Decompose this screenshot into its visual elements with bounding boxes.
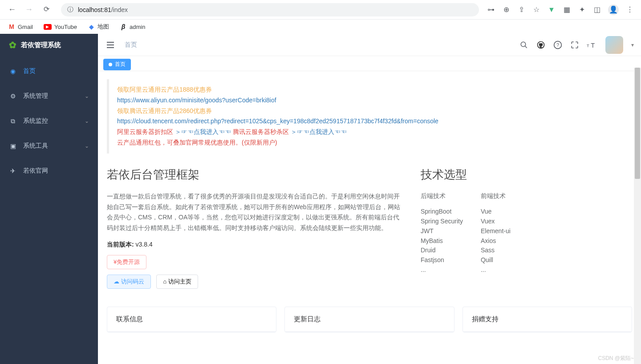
promo-text: 领取腾讯云通用云产品2860优惠券 (117, 107, 212, 114)
tech-item: ... (421, 265, 463, 275)
scrollbar-thumb[interactable] (635, 68, 640, 179)
tech-title: 技术选型 (421, 167, 632, 182)
panel-header: 捐赠支持 (463, 307, 632, 332)
promo-callout: 领取阿里云通用云产品1888优惠券 https://www.aliyun.com… (107, 79, 632, 154)
avatar[interactable] (605, 36, 623, 54)
menu-dots-icon[interactable]: ⋮ (626, 6, 634, 14)
tech-backend-title: 后端技术 (421, 191, 463, 201)
visit-gitee-button[interactable]: ☁ 访问码云 (107, 275, 151, 289)
tech-item: Element-ui (481, 226, 511, 236)
home-icon: ⌂ (163, 278, 166, 285)
profile-icon[interactable]: 👤 (608, 4, 619, 15)
site-info-icon[interactable]: ⓘ (67, 6, 73, 14)
dashboard-icon: ◉ (9, 68, 17, 75)
sidebar-item-label: 系统工具 (23, 142, 48, 150)
tech-item: Fastjson (421, 255, 463, 265)
content-scroll[interactable]: 领取阿里云通用云产品1888优惠券 https://www.aliyun.com… (98, 71, 641, 364)
ext-icon[interactable]: ▦ (563, 6, 571, 14)
forward-button[interactable]: → (25, 5, 33, 14)
gmail-icon: M (8, 23, 15, 30)
admin-icon: β (120, 23, 127, 30)
zoom-icon[interactable]: ⊕ (502, 6, 510, 14)
version-line: 当前版本: v3.8.4 (107, 241, 403, 249)
cloud-icon: ☁ (114, 278, 119, 285)
tech-item: Sass (481, 246, 511, 255)
page-title: 若依后台管理框架 (107, 167, 403, 182)
back-button[interactable]: ← (8, 5, 16, 14)
svg-line-1 (525, 46, 527, 48)
monitor-icon: ⧉ (9, 117, 17, 125)
sidebar: ✿ 若依管理系统 ◉ 首页 ⚙ 系统管理 ⌄ ⧉ 系统监控 ⌄ ▣ 系统工具 ⌄ (0, 34, 98, 364)
brand[interactable]: ✿ 若依管理系统 (0, 34, 98, 56)
svg-point-0 (521, 42, 526, 47)
intro-columns: 若依后台管理框架 一直想做一款后台管理系统，看了很多优秀的开源项目但是发现没有合… (107, 167, 632, 289)
sidebar-item-label: 系统管理 (23, 92, 48, 100)
key-icon[interactable]: ⊶ (487, 6, 495, 14)
tech-item: ... (481, 265, 511, 275)
vue-icon[interactable]: ▼ (548, 6, 556, 14)
promo-text: 腾讯云服务器秒杀区 (233, 128, 289, 135)
tab-dot-icon (109, 63, 112, 66)
promo-text: 阿里云服务器折扣区 (117, 128, 173, 135)
bookmark-youtube[interactable]: ▶YouTube (44, 24, 77, 30)
app-root: ✿ 若依管理系统 ◉ 首页 ⚙ 系统管理 ⌄ ⧉ 系统监控 ⌄ ▣ 系统工具 ⌄ (0, 34, 641, 364)
promo-link-enter1[interactable]: ＞☞☜点我进入☜☜ (175, 128, 231, 135)
gear-icon: ⚙ (9, 93, 17, 100)
tech-item: Spring Security (421, 217, 463, 226)
share-icon[interactable]: ⇪ (517, 6, 525, 14)
tools-icon: ▣ (9, 142, 17, 150)
sidebar-item-home[interactable]: ◉ 首页 (0, 59, 98, 84)
url-bar[interactable]: ⓘ localhost:81/index (61, 3, 479, 16)
puzzle-extensions-icon[interactable]: ✦ (578, 6, 586, 14)
avatar-dropdown-icon[interactable]: ▾ (631, 42, 634, 48)
bookmark-star-icon[interactable]: ☆ (532, 6, 540, 14)
fullscreen-icon[interactable] (570, 40, 580, 50)
tech-columns: 后端技术 SpringBoot Spring Security JWT MyBa… (421, 191, 632, 275)
github-icon[interactable] (536, 40, 546, 50)
youtube-icon: ▶ (44, 24, 52, 30)
sidebar-menu: ◉ 首页 ⚙ 系统管理 ⌄ ⧉ 系统监控 ⌄ ▣ 系统工具 ⌄ ✈ 若依官网 (0, 56, 98, 183)
free-opensource-button[interactable]: ¥免费开源 (107, 255, 146, 269)
help-icon[interactable]: ? (553, 40, 563, 50)
tech-item: Vue (481, 207, 511, 217)
sidebar-item-system-monitor[interactable]: ⧉ 系统监控 ⌄ (0, 109, 98, 133)
bookmark-gmail[interactable]: MGmail (8, 23, 33, 30)
visit-homepage-button[interactable]: ⌂ 访问主页 (156, 275, 198, 289)
bookmark-maps[interactable]: ◆地图 (88, 23, 109, 31)
sidebar-item-system-manage[interactable]: ⚙ 系统管理 ⌄ (0, 84, 98, 109)
url-text: localhost:81/index (78, 6, 128, 13)
promo-link-tencent[interactable]: https://cloud.tencent.com/redirect.php?r… (117, 117, 438, 125)
promo-link-enter2[interactable]: ＞☞☜点我进入☜☜ (291, 128, 347, 135)
tech-item: JWT (421, 226, 463, 236)
sidebar-item-system-tools[interactable]: ▣ 系统工具 ⌄ (0, 133, 98, 158)
panel-header: 更新日志 (285, 307, 454, 332)
main-area: 首页 ? TT ▾ 首页 领取阿里云通用云产品1888优惠券 https (98, 34, 641, 364)
toolbar-actions: ⊶ ⊕ ⇪ ☆ ▼ ▦ ✦ ◫ 👤 ⋮ (487, 4, 637, 15)
intro-description: 一直想做一款后台管理系统，看了很多优秀的开源项目但是发现没有合适自己的。于是利用… (107, 191, 403, 234)
tech-frontend-title: 前端技术 (481, 191, 511, 201)
btn-label: 访问码云 (121, 278, 144, 286)
maps-icon: ◆ (88, 23, 95, 30)
font-size-icon[interactable]: TT (587, 40, 596, 50)
tech-item: MyBatis (421, 236, 463, 246)
btn-label: 访问主页 (168, 278, 191, 286)
reload-button[interactable]: ⟳ (44, 5, 49, 14)
collapse-toggle[interactable] (105, 40, 116, 50)
tech-item: Axios (481, 236, 511, 246)
vertical-scrollbar[interactable] (634, 68, 641, 364)
chevron-down-icon: ⌄ (85, 143, 89, 149)
search-icon[interactable] (519, 40, 529, 50)
bookmark-admin[interactable]: βadmin (120, 23, 145, 30)
tech-item: Quill (481, 255, 511, 265)
svg-text:?: ? (556, 42, 559, 48)
chevron-down-icon: ⌄ (85, 93, 89, 99)
intro-left: 若依后台管理框架 一直想做一款后台管理系统，看了很多优秀的开源项目但是发现没有合… (107, 167, 403, 289)
intro-right: 技术选型 后端技术 SpringBoot Spring Security JWT… (421, 167, 632, 289)
tab-home[interactable]: 首页 (103, 59, 131, 70)
sidebar-item-label: 若依官网 (23, 167, 48, 175)
promo-link-aliyun[interactable]: https://www.aliyun.com/minisite/goods?us… (117, 97, 276, 104)
tech-item: Druid (421, 246, 463, 255)
sidepanel-icon[interactable]: ◫ (593, 6, 601, 14)
plane-icon: ✈ (9, 167, 17, 174)
sidebar-item-official-site[interactable]: ✈ 若依官网 (0, 158, 98, 183)
